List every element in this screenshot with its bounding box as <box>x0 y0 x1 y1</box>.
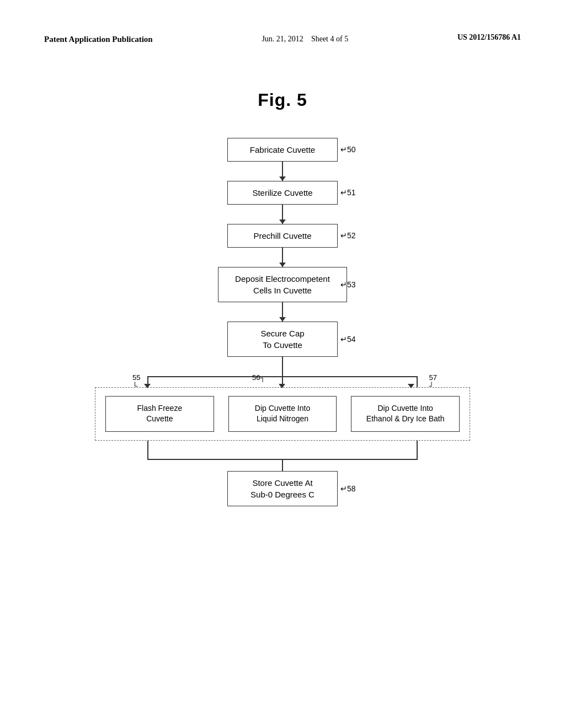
box-dip-ethanol-dry-ice: Dip Cuvette IntoEthanol & Dry Ice Bath <box>351 396 460 432</box>
step-51: Sterilize Cuvette ↵51 <box>95 181 470 205</box>
step-label-54: ↵54 <box>340 335 356 344</box>
box-fabricate-cuvette: Fabricate Cuvette <box>227 138 338 162</box>
step-53: Deposit ElectrocompetentCells In Cuvette… <box>95 267 470 302</box>
box-store-cuvette: Store Cuvette AtSub-0 Degrees C <box>227 471 338 506</box>
branch-label-55: 55└ <box>132 373 140 390</box>
step-label-53: ↵53 <box>340 280 356 289</box>
step-label-52: ↵52 <box>340 231 356 240</box>
box-sterilize-cuvette: Sterilize Cuvette <box>227 181 338 205</box>
header-center: Jun. 21, 2012 Sheet 4 of 5 <box>262 33 348 45</box>
flowchart: Fabricate Cuvette ↵50 Sterilize Cuvette … <box>95 138 470 506</box>
arrow-50-51 <box>282 162 283 181</box>
figure-title: Fig. 5 <box>258 90 307 110</box>
figure-area: Fig. 5 Fabricate Cuvette ↵50 Sterilize C… <box>44 90 521 506</box>
branch-bottom-connector <box>95 441 470 471</box>
branch-top-connector: 55└ 56┐ 57┘ <box>95 357 470 387</box>
patent-number: US 2012/156786 A1 <box>457 33 521 41</box>
header-left: Patent Application Publication <box>44 33 153 46</box>
step-54: Secure CapTo Cuvette ↵54 <box>95 322 470 357</box>
step-50: Fabricate Cuvette ↵50 <box>95 138 470 162</box>
branch-label-57: 57┘ <box>429 373 437 390</box>
box-prechill-cuvette: Prechill Cuvette <box>227 224 338 248</box>
page: Patent Application Publication Jun. 21, … <box>0 0 565 728</box>
branch-label-56: 56┐ <box>252 373 265 382</box>
publication-label: Patent Application Publication <box>44 35 153 44</box>
box-deposit-cells: Deposit ElectrocompetentCells In Cuvette <box>218 267 347 302</box>
step-label-58: ↵58 <box>340 484 356 493</box>
box-flash-freeze: Flash FreezeCuvette <box>105 396 214 432</box>
arrow-52-53 <box>282 248 283 267</box>
box-secure-cap: Secure CapTo Cuvette <box>227 322 338 357</box>
arrow-51-52 <box>282 205 283 224</box>
sheet-info: Sheet 4 of 5 <box>311 35 348 43</box>
header: Patent Application Publication Jun. 21, … <box>44 33 521 46</box>
step-label-50: ↵50 <box>340 145 356 154</box>
header-right: US 2012/156786 A1 <box>457 33 521 42</box>
step-52: Prechill Cuvette ↵52 <box>95 224 470 248</box>
step-label-51: ↵51 <box>340 188 356 197</box>
box-dip-liquid-nitrogen: Dip Cuvette IntoLiquid Nitrogen <box>228 396 337 432</box>
arrow-53-54 <box>282 302 283 322</box>
pub-date: Jun. 21, 2012 <box>262 35 303 43</box>
step-58: Store Cuvette AtSub-0 Degrees C ↵58 <box>95 471 470 506</box>
branch-boxes: Flash FreezeCuvette Dip Cuvette IntoLiqu… <box>95 387 470 441</box>
